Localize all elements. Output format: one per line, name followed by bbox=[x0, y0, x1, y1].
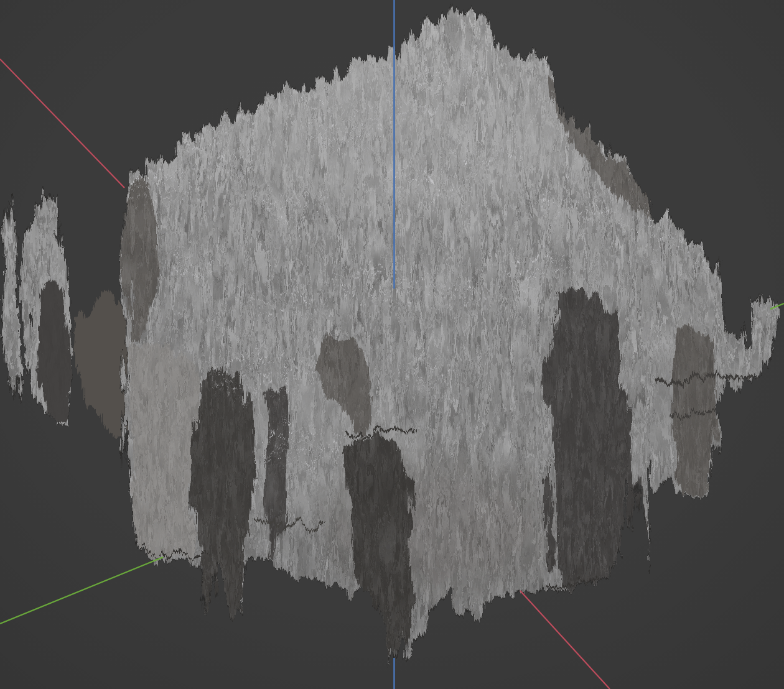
viewport-canvas[interactable] bbox=[0, 0, 784, 689]
viewport[interactable] bbox=[0, 0, 784, 689]
